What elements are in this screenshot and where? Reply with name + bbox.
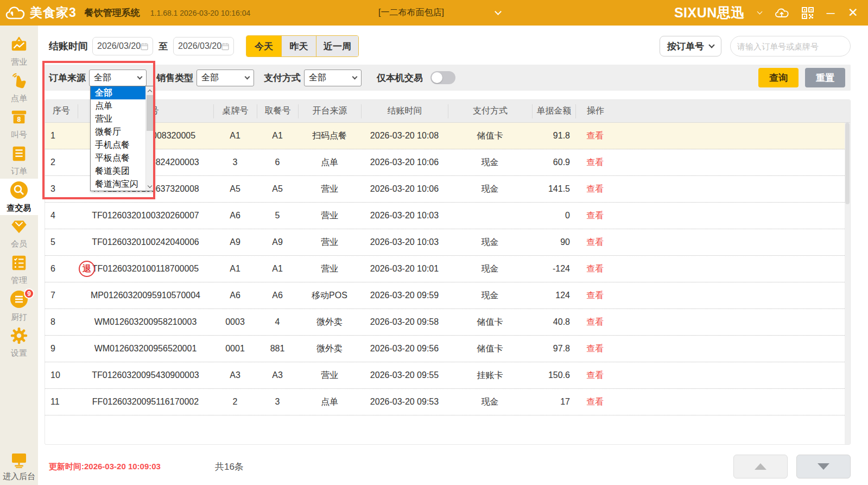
cell-amount: 150.6	[532, 370, 575, 380]
scroll-down-arrow-icon[interactable]	[146, 182, 154, 190]
table-row[interactable]: 4TF01260320100320260007A65营业2026-03-20 1…	[45, 203, 850, 229]
main-content: 结账时间 2026/03/20 至 2026/03/20 今天 昨天 近一周 按…	[38, 26, 868, 485]
view-link[interactable]: 查看	[575, 264, 604, 273]
dropdown-scrollbar[interactable]	[145, 86, 154, 191]
brand-chevron-icon[interactable]	[757, 9, 762, 15]
cell-pickup: A5	[257, 184, 298, 194]
sidebar-item-5[interactable]: 查交易	[0, 179, 38, 215]
cell-table_no: A6	[213, 291, 257, 300]
cell-no: 11	[45, 397, 78, 407]
scroll-up-arrow-icon[interactable]	[146, 87, 154, 95]
table-header: 序号订单号桌牌号取餐号开台来源结账时间支付方式单据金额操作	[45, 100, 850, 123]
sidebar-item-6[interactable]: 会员	[0, 215, 38, 251]
table-row[interactable]: 2FF0126032010582420000336点单2026-03-20 10…	[45, 149, 850, 176]
view-link[interactable]: 查看	[575, 131, 604, 140]
sidebar-item-8[interactable]: 厨打9	[0, 288, 38, 324]
sale-type-select[interactable]: 全部	[197, 70, 254, 86]
cell-source: 扫码点餐	[298, 130, 361, 142]
sidebar-item-label: 厨打	[11, 312, 27, 323]
dropdown-option[interactable]: 餐道淘宝闪	[91, 178, 145, 191]
cell-amount: 91.8	[532, 131, 575, 141]
order-source-select[interactable]: 全部	[89, 70, 147, 86]
view-link[interactable]: 查看	[575, 237, 604, 247]
cell-pickup: A1	[257, 131, 298, 141]
dropdown-option[interactable]: 手机点餐	[91, 138, 145, 152]
search-mode-select[interactable]: 按订单号	[660, 36, 721, 56]
scrollbar-thumb[interactable]	[845, 123, 850, 204]
range-today-button[interactable]: 今天	[246, 36, 281, 56]
cell-source: 移动POS	[298, 290, 361, 301]
cell-source: 营业	[298, 237, 361, 248]
dropdown-option[interactable]: 营业	[91, 112, 145, 125]
query-button[interactable]: 查询	[758, 68, 799, 87]
local-only-toggle[interactable]	[430, 71, 455, 84]
date-from-input[interactable]: 2026/03/20	[92, 37, 153, 55]
cell-time: 2026-03-20 09:59	[361, 291, 448, 300]
table-row[interactable]: 6TF01260320100118700005A1A1营业2026-03-20 …	[45, 256, 850, 282]
app-logo-group: 美食家3 餐饮管理系统 1.1.68.1 2026-03-20 10:16:04	[0, 4, 250, 21]
reset-button[interactable]: 重置	[805, 68, 845, 87]
table-row[interactable]: 5TF01260320100242040006A9A9营业2026-03-20 …	[45, 229, 850, 256]
cell-time: 2026-03-20 10:06	[361, 184, 448, 194]
filter-row-selects: 订单来源 全部 销售类型 全部 支付方式 全部 仅本机交易 查询 重置	[45, 65, 851, 91]
close-button[interactable]: ✕	[848, 7, 858, 19]
date-to-input[interactable]: 2026/03/20	[173, 37, 234, 55]
dropdown-option[interactable]: 平板点餐	[91, 152, 145, 165]
cell-table_no: A5	[213, 184, 257, 194]
table-row[interactable]: 9WM0126032009565200010001881微外卖2026-03-2…	[45, 336, 850, 362]
sidebar-item-9[interactable]: 设置	[0, 324, 38, 361]
cell-table_no: A1	[213, 131, 257, 141]
sidebar-item-1[interactable]: 营业	[0, 33, 38, 70]
sidebar-item-7[interactable]: 管理	[0, 251, 38, 288]
cell-time: 2026-03-20 10:01	[361, 264, 448, 274]
range-lastweek-button[interactable]: 近一周	[316, 36, 358, 56]
cell-source: 营业	[298, 263, 361, 275]
sidebar-item-label: 叫号	[11, 130, 27, 140]
table-row[interactable]: 7MP01260320095910570004A6A6移动POS2026-03-…	[45, 282, 850, 309]
sidebar-footer-label: 进入后台	[3, 471, 35, 482]
table-body: 1SM012603201008320005A1A1扫码点餐2026-03-20 …	[45, 123, 850, 415]
view-link[interactable]: 查看	[575, 211, 604, 220]
sidebar-item-3[interactable]: 8叫号	[0, 106, 38, 142]
table-scrollbar[interactable]	[845, 123, 850, 444]
column-header-no: 序号	[45, 104, 78, 118]
cell-pickup: A1	[257, 264, 298, 274]
table-row[interactable]: 3TF01260320100637320008A5A5营业2026-03-20 …	[45, 176, 850, 203]
cell-source: 营业	[298, 210, 361, 222]
dropdown-option[interactable]: 全部	[91, 86, 145, 99]
page-up-button[interactable]	[733, 455, 788, 478]
search-input[interactable]	[737, 42, 845, 51]
cell-order: WM012603200956520001	[78, 344, 213, 354]
page-down-button[interactable]	[796, 455, 851, 478]
store-selector[interactable]: [一二布布面包店]	[378, 0, 500, 26]
dropdown-option[interactable]: 点单	[91, 99, 145, 112]
range-yesterday-button[interactable]: 昨天	[281, 36, 316, 56]
table-row[interactable]: 1SM012603201008320005A1A1扫码点餐2026-03-20 …	[45, 123, 850, 149]
sidebar-item-2[interactable]: 点单	[0, 70, 38, 106]
qr-code-icon[interactable]	[802, 7, 814, 19]
cell-payment: 现金	[448, 157, 532, 168]
cell-table_no: A3	[213, 370, 257, 380]
sidebar-item-backoffice[interactable]: 进入后台	[3, 451, 35, 482]
table-row[interactable]: 8WM01260320095821000300034微外卖2026-03-20 …	[45, 309, 850, 336]
date-from-value: 2026/03/20	[97, 41, 141, 51]
monitor-icon	[10, 451, 28, 470]
view-link[interactable]: 查看	[575, 370, 604, 380]
minimize-button[interactable]: ─	[827, 7, 835, 18]
dropdown-option[interactable]: 餐道美团	[91, 165, 145, 178]
view-link[interactable]: 查看	[575, 317, 604, 326]
view-link[interactable]: 查看	[575, 158, 604, 167]
dropdown-option[interactable]: 微餐厅	[91, 125, 145, 138]
cloud-sync-icon[interactable]	[775, 7, 789, 19]
view-link[interactable]: 查看	[575, 291, 604, 300]
table-row[interactable]: 10TF01260320095430900003A3A3营业2026-03-20…	[45, 362, 850, 389]
sidebar-item-4[interactable]: 订单	[0, 142, 38, 179]
view-link[interactable]: 查看	[575, 184, 604, 193]
dropdown-scroll-thumb[interactable]	[147, 95, 153, 131]
payment-select[interactable]: 全部	[304, 70, 362, 86]
cell-amount: 0	[532, 211, 575, 221]
calendar-icon	[221, 42, 229, 51]
table-row[interactable]: 11FF0126032009511617000223点单2026-03-20 0…	[45, 389, 850, 415]
view-link[interactable]: 查看	[575, 397, 604, 406]
view-link[interactable]: 查看	[575, 344, 604, 353]
